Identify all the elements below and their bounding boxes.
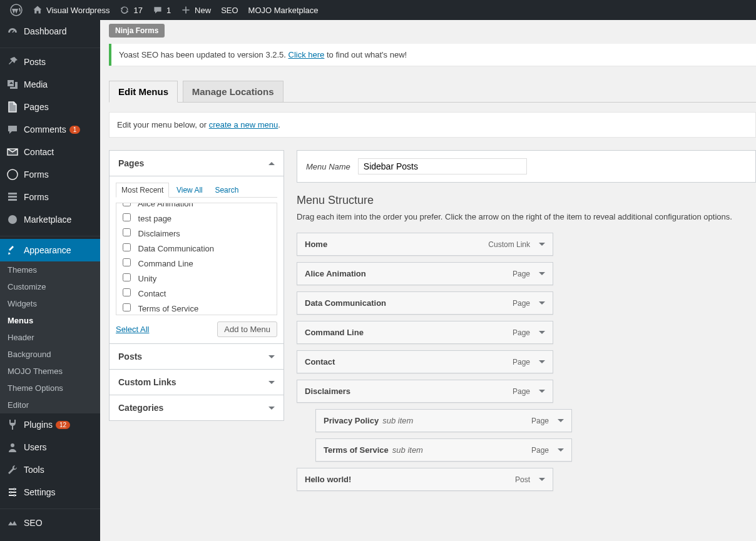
sidebar-item-contact[interactable]: Contact [0,141,100,163]
menu-item-title: Alice Animation [305,269,366,278]
menu-structure: Menu Structure Drag each item into the o… [297,183,756,491]
chevron-down-icon[interactable] [539,272,545,275]
page-checkbox[interactable] [123,203,131,206]
menu-item[interactable]: Home Custom Link [297,233,553,256]
sidebar-item-forms[interactable]: Forms [0,163,100,186]
media-icon [6,78,19,91]
submenu-item-customize[interactable]: Customize [0,278,100,295]
page-option[interactable]: Unity [121,271,272,286]
submenu-item-menus[interactable]: Menus [0,312,100,329]
sidebar-item-tools[interactable]: Tools [0,458,100,481]
chevron-down-icon[interactable] [539,301,545,305]
page-option[interactable]: test page [121,211,272,226]
add-to-menu-button[interactable]: Add to Menu [217,321,277,337]
page-checkbox[interactable] [123,243,131,251]
menu-item[interactable]: Data Communication Page [297,291,553,315]
chevron-down-icon[interactable] [539,478,545,481]
chevron-down-icon[interactable] [539,243,545,246]
site-link[interactable]: Visual Wordpress [28,0,115,20]
accordion-heading-posts[interactable]: Posts [110,344,284,369]
tab-search[interactable]: Search [210,183,243,197]
sidebar-item-dashboard[interactable]: Dashboard [0,20,100,43]
menu-item-handle[interactable]: Data Communication Page [297,292,553,314]
page-option[interactable]: Disclaimers [121,226,272,241]
page-checkbox[interactable] [123,258,131,266]
chevron-down-icon[interactable] [539,331,545,334]
menu-item-type: Page [513,358,530,367]
select-all-link[interactable]: Select All [116,325,149,334]
sidebar-item-media[interactable]: Media [0,73,100,96]
page-checkbox[interactable] [123,303,131,311]
forms-icon [6,168,19,181]
page-checkbox[interactable] [123,273,131,281]
submenu-item-mojo-themes[interactable]: MOJO Themes [0,363,100,380]
chevron-down-icon[interactable] [539,360,545,363]
create-new-menu-link[interactable]: create a new menu [209,120,278,129]
sidebar-item-marketplace[interactable]: Marketplace [0,208,100,231]
comments-link[interactable]: 1 [148,0,176,20]
menu-item-handle[interactable]: Home Custom Link [297,233,553,255]
menu-item[interactable]: Terms of Servicesub item Page [315,438,572,462]
submenu-item-theme-options[interactable]: Theme Options [0,380,100,397]
menu-item-handle[interactable]: Command Line Page [297,321,553,343]
submenu-item-header[interactable]: Header [0,329,100,346]
admin-bar: Visual Wordpress 17 1 New SEO MOJO Marke… [0,0,756,20]
page-option[interactable]: Data Communication [121,241,272,256]
chevron-down-icon[interactable] [558,419,564,422]
menu-item-handle[interactable]: Hello world! Post [297,468,553,490]
yoast-notice-link[interactable]: Click here [289,50,325,59]
sidebar-item-appearance[interactable]: Appearance [0,239,100,261]
chevron-down-icon[interactable] [558,448,564,452]
submenu-item-widgets[interactable]: Widgets [0,295,100,312]
pages-checklist[interactable]: Alice Animation test page Disclaimers Da… [116,203,277,315]
menu-item[interactable]: Alice Animation Page [297,262,553,285]
menu-item[interactable]: Contact Page [297,350,553,373]
submenu-item-themes[interactable]: Themes [0,261,100,278]
menu-item-handle[interactable]: Disclaimers Page [297,380,553,402]
sidebar-item-comments[interactable]: Comments1 [0,118,100,141]
new-link[interactable]: New [176,0,216,20]
sidebar-item-plugins[interactable]: Plugins12 [0,413,100,436]
menu-item-handle[interactable]: Terms of Servicesub item Page [316,439,571,461]
page-option[interactable]: Contact [121,286,272,301]
sidebar-item-seo[interactable]: SEO [0,512,100,516]
menu-item[interactable]: Command Line Page [297,321,553,344]
menu-item-handle[interactable]: Alice Animation Page [297,263,553,285]
mojo-link[interactable]: MOJO Marketplace [243,0,324,20]
page-checkbox[interactable] [123,228,131,236]
accordion-heading-categories[interactable]: Categories [110,395,284,420]
ninja-forms-tag[interactable]: Ninja Forms [109,24,165,38]
menu-item[interactable]: Privacy Policysub item Page [315,409,572,432]
menu-item-handle[interactable]: Contact Page [297,351,553,373]
tab-view-all[interactable]: View All [171,183,208,197]
menu-item-title: Hello world! [305,475,351,484]
seo-link[interactable]: SEO [216,0,243,20]
sidebar-item-posts[interactable]: Posts [0,51,100,73]
page-option[interactable]: Alice Animation [121,203,272,211]
updates-link[interactable]: 17 [115,0,147,20]
menu-item-handle[interactable]: Privacy Policysub item Page [316,410,571,432]
page-option[interactable]: Terms of Service [121,301,272,315]
menu-item[interactable]: Hello world! Post [297,468,553,491]
page-checkbox[interactable] [123,288,131,296]
sidebar-item-forms[interactable]: Forms [0,186,100,208]
wp-logo[interactable] [5,0,28,20]
tab-manage-locations[interactable]: Manage Locations [183,81,284,102]
accordion-heading-pages[interactable]: Pages [110,151,284,176]
sidebar-item-pages[interactable]: Pages [0,96,100,118]
menu-item-title: Disclaimers [305,387,350,396]
menu-name-label: Menu Name [306,162,350,171]
tab-most-recent[interactable]: Most Recent [116,183,169,198]
menu-item[interactable]: Disclaimers Page [297,380,553,403]
menu-name-input[interactable] [358,158,527,174]
chevron-down-icon[interactable] [539,390,545,393]
page-option[interactable]: Command Line [121,256,272,271]
tab-edit-menus[interactable]: Edit Menus [109,81,178,103]
sidebar-item-settings[interactable]: Settings [0,481,100,503]
accordion-heading-custom-links[interactable]: Custom Links [110,370,284,395]
page-checkbox[interactable] [123,213,131,221]
accordion-custom-links: Custom Links [109,369,284,395]
submenu-item-background[interactable]: Background [0,346,100,363]
submenu-item-editor[interactable]: Editor [0,397,100,413]
sidebar-item-users[interactable]: Users [0,436,100,458]
